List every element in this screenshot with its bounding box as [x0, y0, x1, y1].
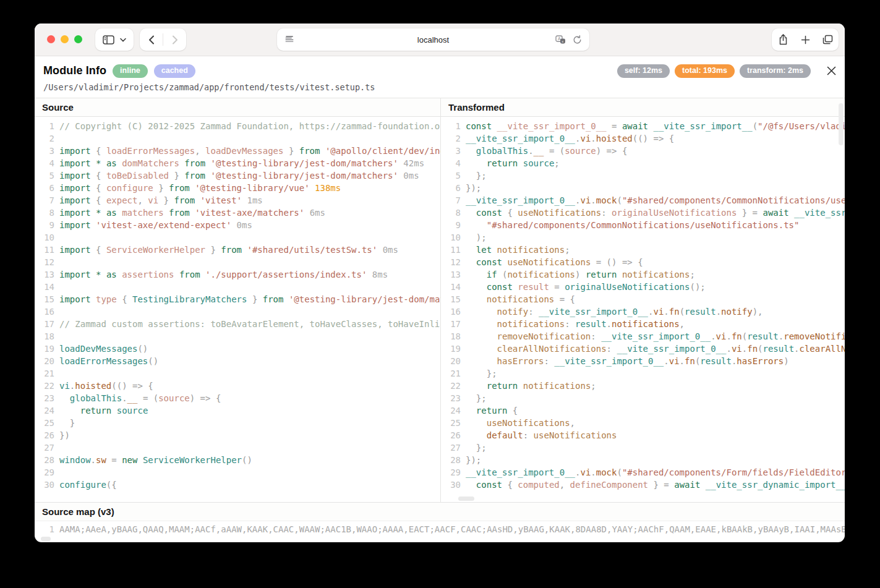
- transformed-panel-title: Transformed: [441, 98, 845, 117]
- code-line: 14 const result = originalUseNotificatio…: [445, 281, 845, 293]
- sourcemap-title: Source map (v3): [35, 503, 845, 521]
- code-line: 2__vite_ssr_import_0__.vi.hoisted(() => …: [445, 132, 845, 145]
- line-number: 11: [38, 244, 54, 256]
- code-line: 6});: [445, 182, 845, 194]
- line-number: 3: [38, 145, 54, 157]
- line-number: 1: [445, 120, 461, 132]
- source-panel-title: Source: [35, 98, 440, 117]
- line-number: 18: [445, 330, 461, 343]
- code-line: 16 notify: __vite_ssr_import_0__.vi.fn(r…: [445, 305, 845, 318]
- line-number: 7: [38, 194, 54, 207]
- code-line: 29__vite_ssr_import_0__.vi.mock("#shared…: [445, 466, 845, 479]
- svg-text:x: x: [562, 39, 563, 43]
- code-line: 23 globalThis.__ = (source) => {: [38, 392, 440, 404]
- cached-badge: cached: [154, 64, 195, 78]
- page-title: Module Info: [43, 64, 106, 77]
- code-line: 30 const { computed, defineComponent } =…: [445, 479, 845, 491]
- code-line: 19 clearAllNotifications: __vite_ssr_imp…: [445, 343, 845, 355]
- translate-icon[interactable]: A x: [555, 35, 566, 45]
- back-button[interactable]: [140, 35, 163, 45]
- line-number: 20: [445, 355, 461, 367]
- module-info-header: Module Info inline cached self: 12ms tot…: [35, 56, 845, 98]
- line-number: 30: [38, 479, 54, 491]
- share-icon[interactable]: [772, 34, 794, 45]
- line-number: 9: [445, 219, 461, 231]
- line-number: 9: [38, 219, 54, 231]
- vertical-scrollbar-thumb[interactable]: [839, 103, 844, 145]
- line-number: 24: [445, 404, 461, 417]
- line-number: 17: [38, 318, 54, 330]
- code-line: 27 };: [445, 441, 845, 454]
- total-time-badge: total: 193ms: [675, 64, 735, 78]
- sourcemap-scrollbar-thumb[interactable]: [41, 537, 51, 541]
- code-line: 30configure({: [38, 479, 440, 491]
- line-number: 24: [38, 404, 54, 417]
- code-line: 11import { ServiceWorkerHelper } from '#…: [38, 244, 440, 256]
- line-number: 29: [445, 466, 461, 479]
- source-code-view[interactable]: 1// Copyright (C) 2012-2025 Zammad Found…: [35, 117, 440, 502]
- horizontal-scrollbar-thumb[interactable]: [458, 496, 474, 501]
- code-line: 18: [38, 330, 440, 343]
- line-number: 6: [38, 182, 54, 194]
- line-number: 28: [445, 454, 461, 466]
- transformed-panel: Transformed 1const __vite_ssr_import_0__…: [441, 98, 845, 502]
- transform-time-badge: transform: 2ms: [740, 64, 811, 78]
- line-number: 25: [445, 417, 461, 429]
- code-line: 28});: [445, 454, 845, 466]
- nav-button-group: [140, 28, 186, 51]
- line-number: 21: [38, 367, 54, 380]
- line-number: 5: [445, 169, 461, 182]
- code-line: 24 return source: [38, 404, 440, 417]
- new-tab-icon[interactable]: [794, 35, 816, 45]
- line-number: 14: [38, 281, 54, 293]
- line-number: 10: [38, 231, 54, 244]
- reload-icon[interactable]: [573, 35, 582, 45]
- minimize-window-button[interactable]: [61, 35, 69, 43]
- code-line: 7__vite_ssr_import_0__.vi.mock("#shared/…: [445, 194, 845, 207]
- code-line: 12 const useNotifications = () => {: [445, 256, 845, 268]
- line-number: 26: [445, 429, 461, 441]
- code-line: 27: [38, 441, 440, 454]
- line-number: 3: [445, 145, 461, 157]
- code-line: 20loadErrorMessages(): [38, 355, 440, 367]
- code-line: 8import * as matchers from 'vitest-axe/m…: [38, 207, 440, 219]
- line-number: 19: [445, 343, 461, 355]
- page-format-icon[interactable]: [284, 35, 294, 44]
- code-line: 2: [38, 132, 440, 145]
- forward-button[interactable]: [163, 35, 186, 45]
- chevron-down-icon: [120, 38, 126, 42]
- sidebar-toggle-button[interactable]: [95, 28, 134, 51]
- code-panels: Source 1// Copyright (C) 2012-2025 Zamma…: [35, 98, 845, 502]
- line-number: 18: [38, 330, 54, 343]
- code-line: 4import * as domMatchers from '@testing-…: [38, 157, 440, 169]
- line-number: 19: [38, 343, 54, 355]
- transformed-code-view[interactable]: 1const __vite_ssr_import_0__ = await __v…: [441, 117, 845, 502]
- code-line: 25 useNotifications,: [445, 417, 845, 429]
- line-number: 5: [38, 169, 54, 182]
- code-line: 22vi.hoisted(() => {: [38, 380, 440, 392]
- line-number: 22: [38, 380, 54, 392]
- line-number: 15: [38, 293, 54, 305]
- line-number: 23: [38, 392, 54, 404]
- url-text[interactable]: localhost: [417, 35, 449, 45]
- tab-overview-icon[interactable]: [816, 35, 839, 45]
- code-line: 13import * as assertions from './support…: [38, 268, 440, 281]
- sourcemap-section: Source map (v3) 1 AAMA;AAeA,yBAAG,QAAQ,M…: [35, 502, 845, 542]
- self-time-badge: self: 12ms: [617, 64, 670, 78]
- code-line: 21 };: [445, 367, 845, 380]
- code-line: 19loadDevMessages(): [38, 343, 440, 355]
- close-window-button[interactable]: [47, 35, 55, 43]
- traffic-lights: [47, 35, 82, 43]
- line-number: 8: [38, 207, 54, 219]
- line-number: 13: [38, 268, 54, 281]
- code-line: 26 default: useNotifications: [445, 429, 845, 441]
- zoom-window-button[interactable]: [74, 35, 82, 43]
- toolbar-actions: [772, 28, 839, 51]
- code-line: 28window.sw = new ServiceWorkerHelper(): [38, 454, 440, 466]
- address-bar[interactable]: localhost A x: [277, 28, 589, 51]
- code-line: 6import { configure } from '@testing-lib…: [38, 182, 440, 194]
- code-line: 17// Zammad custom assertions: toBeAvata…: [38, 318, 440, 330]
- close-icon[interactable]: [827, 66, 836, 75]
- code-line: 15import type { TestingLibraryMatchers }…: [38, 293, 440, 305]
- code-line: 9 "#shared/components/CommonNotification…: [445, 219, 845, 231]
